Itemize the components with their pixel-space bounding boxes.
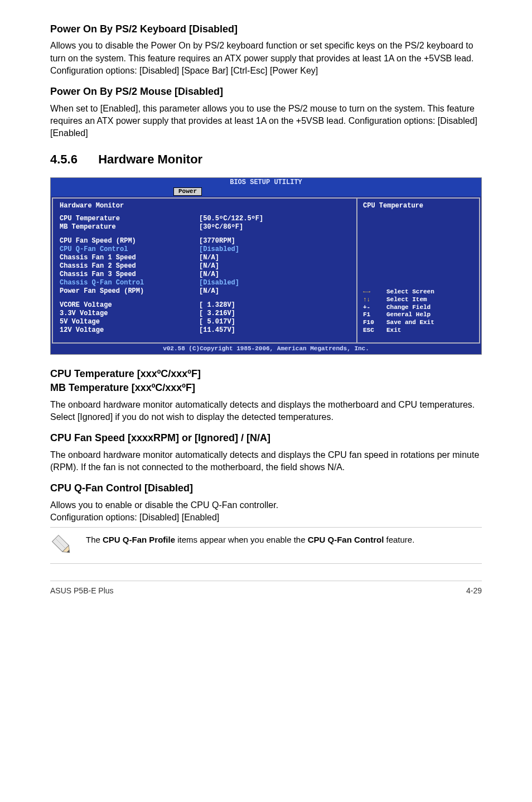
section-number: 4.5.6 [50,151,95,168]
legend-key: F10 [363,319,386,327]
bios-row-label: 3.3V Voltage [60,310,199,318]
heading-line: MB Temperature [xxxºC/xxxºF] [50,382,195,393]
bios-row-value: [30ºC/86ºF] [199,223,243,231]
note-box: The CPU Q-Fan Profile items appear when … [50,527,482,564]
bios-row-value: [ 3.216V] [199,310,235,318]
heading-cpu-mb-temperature: CPU Temperature [xxxºC/xxxºF] MB Tempera… [50,367,482,395]
text-bold: CPU Q-Fan Profile [103,535,175,544]
text: Configuration options: [Disabled] [Enabl… [50,513,219,522]
heading-power-on-keyboard: Power On By PS/2 Keyboard [Disabled] [50,22,482,36]
bios-row[interactable]: 5V Voltage [ 5.017V] [60,318,350,326]
bios-row-value: [ 5.017V] [199,318,235,326]
bios-row-label: 12V Voltage [60,326,199,335]
bios-row[interactable]: VCORE Voltage [ 1.328V] [60,301,350,310]
legend-key: ESC [363,327,386,335]
bios-row[interactable]: Chassis Fan 1 Speed [N/A] [60,254,350,262]
footer-page-number: 4-29 [466,586,482,597]
text: Allows you to enable or disable the CPU … [50,500,278,510]
legend-text: Select Screen [386,288,434,296]
legend-key: ↑↓ [363,296,386,304]
body-text: Allows you to enable or disable the CPU … [50,499,482,524]
bios-left-header: Hardware Monitor [60,202,350,210]
legend-text: Select Item [386,296,427,304]
bios-panel: BIOS SETUP UTILITY Power Hardware Monito… [50,177,482,355]
text: Allows you to disable the Power On by PS… [50,41,473,62]
bios-row[interactable]: Power Fan Speed (RPM) [N/A] [60,287,350,296]
legend-row: F1 General Help [363,311,475,319]
bios-row[interactable]: CPU Temperature [50.5ºC/122.5ºF] [60,215,350,223]
heading-cpu-qfan-control: CPU Q-Fan Control [Disabled] [50,481,482,495]
text: Configuration options: [Disabled] [Space… [50,66,318,75]
heading-hardware-monitor: 4.5.6 Hardware Monitor [50,151,482,168]
bios-title: BIOS SETUP UTILITY [51,178,481,187]
note-text: The CPU Q-Fan Profile items appear when … [86,533,414,545]
bios-row-value: [11.457V] [199,326,235,335]
bios-row-label: Chassis Fan 3 Speed [60,270,199,279]
bios-row-label: MB Temperature [60,223,199,231]
bios-row-value: [N/A] [199,254,219,262]
text: The [86,535,103,544]
legend-text: Exit [386,327,401,335]
bios-row-value: [N/A] [199,262,219,270]
footer-left: ASUS P5B-E Plus [50,586,114,597]
pencil-icon [50,533,75,558]
bios-footer: v02.58 (C)Copyright 1985-2006, American … [51,345,481,355]
legend-text: Save and Exit [386,319,434,327]
body-text: The onboard hardware monitor automatical… [50,399,482,424]
bios-row-value: [ 1.328V] [199,301,235,310]
bios-inner: Hardware Monitor CPU Temperature [50.5ºC… [52,197,480,344]
text: feature. [384,535,414,544]
bios-row-label: CPU Temperature [60,215,199,223]
bios-row[interactable]: MB Temperature [30ºC/86ºF] [60,223,350,231]
bios-row[interactable]: 3.3V Voltage [ 3.216V] [60,310,350,318]
legend-row: ESC Exit [363,327,475,335]
bios-help-title: CPU Temperature [363,202,475,210]
bios-row[interactable]: CPU Q-Fan Control [Disabled] [60,245,350,254]
section-title: Hardware Monitor [98,152,202,166]
bios-row-value: [N/A] [199,270,219,279]
legend-key: +- [363,304,386,312]
bios-legend: ←→ Select Screen ↑↓ Select Item +- Chang… [363,288,475,335]
legend-row: +- Change Field [363,304,475,312]
legend-row: ↑↓ Select Item [363,296,475,304]
bios-row-value: [Disabled] [199,279,239,287]
bios-right-pane: CPU Temperature ←→ Select Screen ↑↓ Sele… [356,199,479,342]
bios-row[interactable]: Chassis Q-Fan Control [Disabled] [60,279,350,287]
bios-row[interactable]: Chassis Fan 2 Speed [N/A] [60,262,350,270]
heading-line: CPU Temperature [xxxºC/xxxºF] [50,368,201,379]
heading-cpu-fan-speed: CPU Fan Speed [xxxxRPM] or [Ignored] / [… [50,431,482,445]
bios-row[interactable]: 12V Voltage [11.457V] [60,326,350,335]
text: items appear when you enable the [175,535,308,544]
bios-row-label: Chassis Q-Fan Control [60,279,199,287]
text-bold: CPU Q-Fan Control [308,535,384,544]
page-footer: ASUS P5B-E Plus 4-29 [50,581,482,597]
legend-key: ←→ [363,288,386,296]
bios-left-pane: Hardware Monitor CPU Temperature [50.5ºC… [53,199,356,342]
body-text: The onboard hardware monitor automatical… [50,449,482,474]
bios-row-label: Chassis Fan 2 Speed [60,262,199,270]
legend-key: F1 [363,311,386,319]
bios-row-label: Power Fan Speed (RPM) [60,287,199,296]
bios-row-value: [3770RPM] [199,237,235,245]
body-text: When set to [Enabled], this parameter al… [50,103,482,140]
bios-row-label: Chassis Fan 1 Speed [60,254,199,262]
legend-row: F10 Save and Exit [363,319,475,327]
bios-row[interactable]: Chassis Fan 3 Speed [N/A] [60,270,350,279]
legend-row: ←→ Select Screen [363,288,475,296]
bios-row[interactable]: CPU Fan Speed (RPM) [3770RPM] [60,237,350,245]
legend-text: General Help [386,311,431,319]
bios-row-label: 5V Voltage [60,318,199,326]
bios-tab-power[interactable]: Power [173,187,202,196]
bios-row-value: [N/A] [199,287,219,296]
bios-row-label: CPU Fan Speed (RPM) [60,237,199,245]
bios-row-value: [50.5ºC/122.5ºF] [199,215,263,223]
legend-text: Change Field [386,304,431,312]
body-text: Allows you to disable the Power On by PS… [50,40,482,77]
bios-row-label: VCORE Voltage [60,301,199,310]
bios-row-value: [Disabled] [199,245,239,254]
bios-row-label: CPU Q-Fan Control [60,245,199,254]
heading-power-on-mouse: Power On By PS/2 Mouse [Disabled] [50,85,482,99]
bios-tabbar: Power [51,187,481,196]
